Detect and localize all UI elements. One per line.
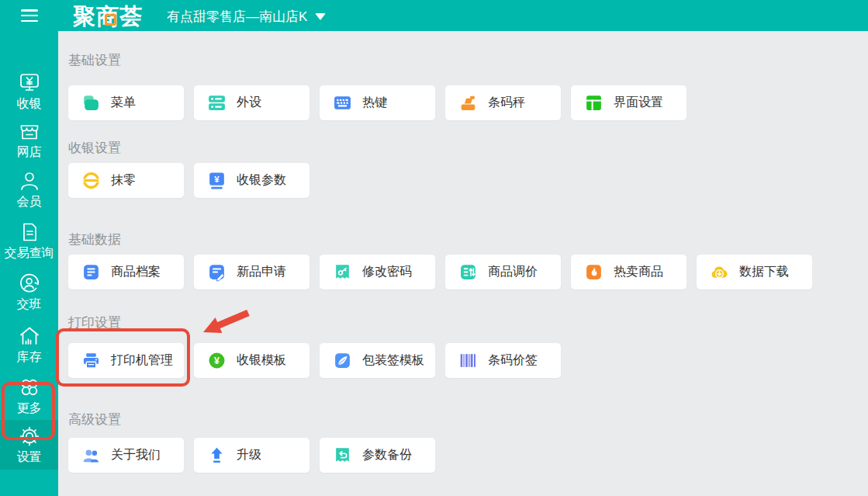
top-bar: 聚商荟 有点甜零售店—南山店K xyxy=(0,0,868,31)
settings-button-product-archive[interactable]: 商品档案 xyxy=(68,255,184,290)
arrow-up-icon xyxy=(207,446,227,465)
settings-button-hotkeys[interactable]: 热键 xyxy=(320,85,435,120)
printer-icon xyxy=(81,351,101,370)
settings-button-label: 商品档案 xyxy=(111,264,161,280)
section-title: 基础设置 xyxy=(68,51,121,69)
shift-rotate-icon xyxy=(18,272,41,295)
settings-button-label: 关于我们 xyxy=(111,447,161,463)
sidebar-item-member[interactable]: 会员 xyxy=(0,165,58,214)
app-logo: 聚商荟 xyxy=(73,2,143,30)
warehouse-icon xyxy=(18,324,41,348)
settings-page: 基础设置菜单外设热键条码秤界面设置收银设置抹零¥收银参数基础数据商品档案新品申请… xyxy=(58,31,868,496)
section-title: 基础数据 xyxy=(68,231,121,248)
sidebar-item-label: 网店 xyxy=(17,144,42,161)
sidebar: 收银网店会员交易查询交班库存更多设置 xyxy=(0,31,58,496)
sidebar-item-label: 收银 xyxy=(17,96,42,113)
settings-button-label: 收银模板 xyxy=(237,352,286,369)
yuan-circle-icon: ¥ xyxy=(207,351,227,370)
sidebar-item-inventory[interactable]: 库存 xyxy=(0,320,58,369)
settings-button-menu[interactable]: 菜单 xyxy=(68,85,184,120)
settings-button-label: 数据下载 xyxy=(739,264,789,280)
settings-button-label: 抹零 xyxy=(111,172,136,189)
settings-button-ui-settings[interactable]: 界面设置 xyxy=(571,85,686,120)
sidebar-item-label: 会员 xyxy=(17,194,42,210)
keyboard-icon xyxy=(333,93,352,113)
settings-button-price-adjust[interactable]: 商品调价 xyxy=(445,255,561,290)
layers-icon xyxy=(81,93,101,113)
sidebar-item-label: 库存 xyxy=(17,349,42,366)
settings-button-hot-products[interactable]: 热卖商品 xyxy=(571,255,686,290)
settings-button-label: 条码秤 xyxy=(488,95,525,111)
gear-icon xyxy=(18,425,41,448)
settings-button-barcode-scale[interactable]: 条码秤 xyxy=(445,85,561,120)
flame-icon xyxy=(584,262,603,282)
document-icon xyxy=(18,220,41,244)
section-title: 打印设置 xyxy=(68,314,121,331)
settings-button-change-password[interactable]: 修改密码 xyxy=(320,255,435,290)
section-title: 收银设置 xyxy=(68,139,121,157)
sidebar-item-online-store[interactable]: 网店 xyxy=(0,115,58,165)
settings-button-label: 热键 xyxy=(362,95,387,111)
settings-button-label: 打印机管理 xyxy=(111,352,173,369)
sidebar-item-label: 更多 xyxy=(17,401,42,417)
price-list-icon xyxy=(458,262,478,282)
settings-button-label: 界面设置 xyxy=(614,95,663,111)
sidebar-item-label: 交班 xyxy=(17,297,42,313)
hamburger-menu-icon[interactable] xyxy=(21,9,38,23)
svg-text:¥: ¥ xyxy=(214,175,220,184)
settings-button-upgrade[interactable]: 升级 xyxy=(194,438,310,473)
storefront-icon xyxy=(18,120,41,143)
settings-button-data-download[interactable]: 数据下载 xyxy=(697,255,812,290)
sidebar-item-label: 设置 xyxy=(17,449,42,466)
sidebar-item-label: 交易查询 xyxy=(5,245,54,262)
devices-icon xyxy=(207,93,227,113)
settings-button-label: 升级 xyxy=(237,447,261,463)
settings-button-rounding[interactable]: 抹零 xyxy=(68,163,184,198)
section-title: 高级设置 xyxy=(68,411,121,428)
settings-button-label: 条码价签 xyxy=(488,352,538,369)
feather-icon xyxy=(333,351,352,370)
undo-badge-icon xyxy=(333,446,352,465)
store-name: 有点甜零售店—南山店K xyxy=(167,8,307,26)
cashier-monitor-icon xyxy=(18,71,41,95)
logo-accent-mark xyxy=(105,14,116,26)
settings-button-package-label-template[interactable]: 包装签模板 xyxy=(320,343,435,378)
settings-button-barcode-price-tag[interactable]: 条码价签 xyxy=(445,343,561,378)
yuan-square-icon: ¥ xyxy=(207,171,227,190)
settings-button-label: 参数备份 xyxy=(362,447,412,463)
settings-button-new-product-request[interactable]: 新品申请 xyxy=(194,255,310,290)
settings-button-label: 热卖商品 xyxy=(614,264,663,280)
person-icon xyxy=(18,169,41,193)
barcode-icon xyxy=(458,351,478,370)
sidebar-item-shift[interactable]: 交班 xyxy=(0,267,58,317)
svg-text:¥: ¥ xyxy=(214,356,220,366)
sidebar-item-cashier[interactable]: 收银 xyxy=(0,67,58,116)
settings-button-label: 新品申请 xyxy=(237,264,286,280)
sidebar-item-more[interactable]: 更多 xyxy=(0,371,58,421)
cloud-download-icon xyxy=(710,262,729,282)
list-doc-icon xyxy=(81,262,101,282)
settings-button-printer-management[interactable]: 打印机管理 xyxy=(68,343,184,378)
store-selector[interactable]: 有点甜零售店—南山店K xyxy=(167,7,326,26)
chevron-down-icon xyxy=(315,13,326,20)
edit-doc-icon xyxy=(207,262,227,282)
settings-button-label: 修改密码 xyxy=(362,264,412,280)
settings-button-label: 收银参数 xyxy=(237,172,286,189)
settings-button-receipt-template[interactable]: ¥收银模板 xyxy=(194,343,310,378)
sidebar-item-settings[interactable]: 设置 xyxy=(0,420,58,470)
settings-button-label: 商品调价 xyxy=(488,264,538,280)
grid-circles-icon xyxy=(18,376,41,399)
sidebar-item-transaction-query[interactable]: 交易查询 xyxy=(0,216,58,265)
settings-button-about-us[interactable]: 关于我们 xyxy=(68,438,184,473)
settings-button-label: 外设 xyxy=(237,95,261,111)
layout-icon xyxy=(584,93,603,113)
people-icon xyxy=(81,446,101,465)
settings-button-label: 包装签模板 xyxy=(362,352,424,369)
settings-button-param-backup[interactable]: 参数备份 xyxy=(320,438,435,473)
coin-icon xyxy=(81,171,101,190)
settings-button-label: 菜单 xyxy=(111,95,136,111)
scale-icon xyxy=(458,93,478,113)
key-badge-icon xyxy=(333,262,352,282)
settings-button-peripherals[interactable]: 外设 xyxy=(194,85,310,120)
settings-button-cashier-params[interactable]: ¥收银参数 xyxy=(194,163,310,198)
